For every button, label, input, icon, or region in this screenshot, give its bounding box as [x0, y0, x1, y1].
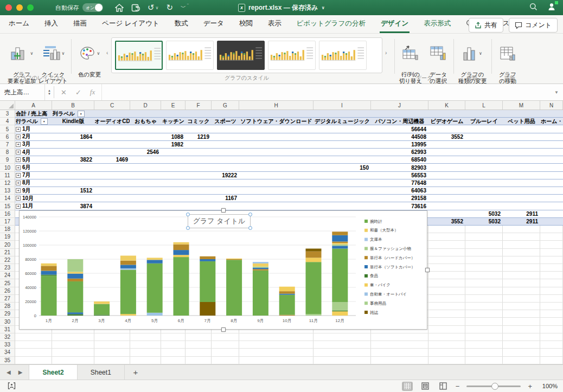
cell-J6[interactable]: 44508	[372, 133, 428, 140]
cell-B15[interactable]: 3874	[53, 202, 94, 209]
undo-icon[interactable]: ↺∨	[148, 3, 158, 12]
name-box-stepper[interactable]: ▲▼	[44, 84, 54, 100]
gallery-next-icon[interactable]: ›	[385, 50, 387, 56]
cell-I10[interactable]: 150	[314, 164, 370, 171]
expand-icon[interactable]: +	[16, 127, 21, 132]
page-layout-view-button[interactable]	[420, 382, 431, 391]
autosave-toggle[interactable]: オン	[82, 3, 103, 12]
zoom-slider[interactable]	[466, 385, 521, 387]
row-header-19[interactable]: 19	[0, 233, 15, 241]
cell-N4[interactable]: ホーム・キ	[541, 118, 562, 125]
search-icon[interactable]	[529, 3, 538, 13]
expand-icon[interactable]: +	[16, 173, 21, 178]
sheet-prev-icon[interactable]: ◀	[7, 369, 11, 375]
close-window-button[interactable]	[5, 4, 12, 11]
column-header-C[interactable]: C	[94, 101, 130, 110]
tab-描画[interactable]: 描画	[72, 15, 88, 33]
tab-ホーム[interactable]: ホーム	[8, 15, 30, 33]
zoom-in-button[interactable]: +	[528, 382, 532, 390]
cell-A9[interactable]: +5月	[16, 156, 52, 163]
cell-B3[interactable]: 列ラベル▼	[53, 110, 94, 117]
tab-データ[interactable]: データ	[202, 15, 225, 33]
filter-icon[interactable]: ▼	[78, 111, 85, 117]
row-header-26[interactable]: 26	[0, 287, 15, 295]
cell-B9[interactable]: 3822	[53, 156, 94, 163]
expand-icon[interactable]: +	[16, 134, 21, 139]
comments-button[interactable]: コメント	[509, 18, 558, 33]
row-header-24[interactable]: 24	[0, 272, 15, 279]
home-icon[interactable]	[115, 4, 124, 12]
cell-K6[interactable]: 3552	[429, 133, 465, 140]
column-header-I[interactable]: I	[314, 101, 371, 110]
cell-L17[interactable]: 5032	[466, 218, 502, 225]
row-header-5[interactable]: 5	[0, 125, 15, 133]
minimize-window-button[interactable]	[16, 4, 23, 11]
cell-D4[interactable]: おもちゃ	[131, 118, 161, 125]
column-header-L[interactable]: L	[465, 101, 503, 110]
formula-input[interactable]	[101, 84, 550, 100]
cancel-entry-icon[interactable]: ✕	[61, 88, 67, 97]
filter-icon[interactable]: ▼	[41, 118, 48, 125]
row-header-31[interactable]: 31	[0, 326, 15, 333]
cell-J5[interactable]: 56644	[372, 125, 428, 132]
cell-F6[interactable]: 1219	[186, 133, 211, 140]
cell-A11[interactable]: +7月	[16, 172, 52, 179]
cell-G4[interactable]: スポーツ	[212, 118, 239, 125]
cell-K17[interactable]: 3552	[429, 218, 465, 225]
column-header-J[interactable]: J	[371, 101, 428, 110]
cell-J9[interactable]: 68540	[372, 156, 428, 163]
column-header-H[interactable]: H	[239, 101, 314, 110]
cell-B4[interactable]: Kindle版	[53, 118, 94, 125]
gallery-prev-icon[interactable]: ‹	[106, 50, 108, 56]
cell-J4[interactable]: パソコン・周辺機器	[372, 118, 428, 125]
row-header-34[interactable]: 34	[0, 349, 15, 356]
cell-A12[interactable]: +8月	[16, 179, 52, 187]
select-all-corner[interactable]	[0, 101, 15, 110]
cell-E6[interactable]: 1088	[162, 133, 185, 140]
cell-A14[interactable]: +10月	[16, 195, 52, 202]
tab-挿入[interactable]: 挿入	[43, 15, 59, 33]
row-header-14[interactable]: 14	[0, 195, 15, 202]
title-chevron-icon[interactable]: ∨	[321, 5, 325, 10]
expand-icon[interactable]: +	[16, 188, 21, 193]
cell-J13[interactable]: 64063	[372, 187, 428, 194]
tab-ピボットグラフの分析[interactable]: ピボットグラフの分析	[296, 15, 367, 33]
row-header-29[interactable]: 29	[0, 310, 15, 318]
chart-style-thumb-4[interactable]	[268, 41, 316, 70]
document-title[interactable]: report.xlsx — 保存済み	[248, 3, 318, 12]
expand-icon[interactable]: +	[16, 142, 21, 147]
zoom-slider-knob[interactable]	[491, 383, 498, 390]
sheet-next-icon[interactable]: ▶	[18, 369, 23, 375]
cell-J7[interactable]: 13995	[372, 141, 428, 148]
row-header-28[interactable]: 28	[0, 303, 15, 310]
tab-デザイン[interactable]: デザイン	[380, 15, 410, 33]
row-header-4[interactable]: 4	[0, 118, 15, 125]
zoom-out-button[interactable]: −	[456, 382, 460, 390]
tab-表示[interactable]: 表示	[267, 15, 283, 33]
insert-function-icon[interactable]: fx	[90, 88, 95, 97]
cell-I4[interactable]: デジタルミュージック	[314, 118, 370, 125]
cell-J8[interactable]: 62993	[372, 149, 428, 156]
save-icon[interactable]	[131, 4, 140, 12]
cell-F4[interactable]: コミック	[186, 118, 211, 125]
sheet-tab-Sheet2[interactable]: Sheet2	[29, 365, 77, 380]
account-icon[interactable]	[547, 2, 556, 13]
row-header-25[interactable]: 25	[0, 279, 15, 287]
cell-A3[interactable]: 合計 / 売上高	[16, 110, 52, 117]
cell-J15[interactable]: 73616	[372, 202, 428, 209]
redo-icon[interactable]: ↻	[166, 3, 173, 12]
row-header-33[interactable]: 33	[0, 341, 15, 349]
cell-E4[interactable]: キッチン	[162, 118, 185, 125]
cell-C9[interactable]: 1469	[95, 156, 130, 163]
row-header-20[interactable]: 20	[0, 241, 15, 248]
column-header-D[interactable]: D	[130, 101, 161, 110]
confirm-entry-icon[interactable]: ✓	[75, 88, 81, 97]
expand-icon[interactable]: +	[16, 165, 21, 170]
share-button[interactable]: 共有	[469, 18, 503, 33]
expand-icon[interactable]: +	[16, 157, 21, 162]
row-header-12[interactable]: 12	[0, 179, 15, 187]
cell-M16[interactable]: 2911	[503, 210, 540, 217]
row-header-13[interactable]: 13	[0, 187, 15, 195]
chart-style-thumb-1[interactable]	[115, 41, 163, 70]
cell-A13[interactable]: +9月	[16, 187, 52, 194]
